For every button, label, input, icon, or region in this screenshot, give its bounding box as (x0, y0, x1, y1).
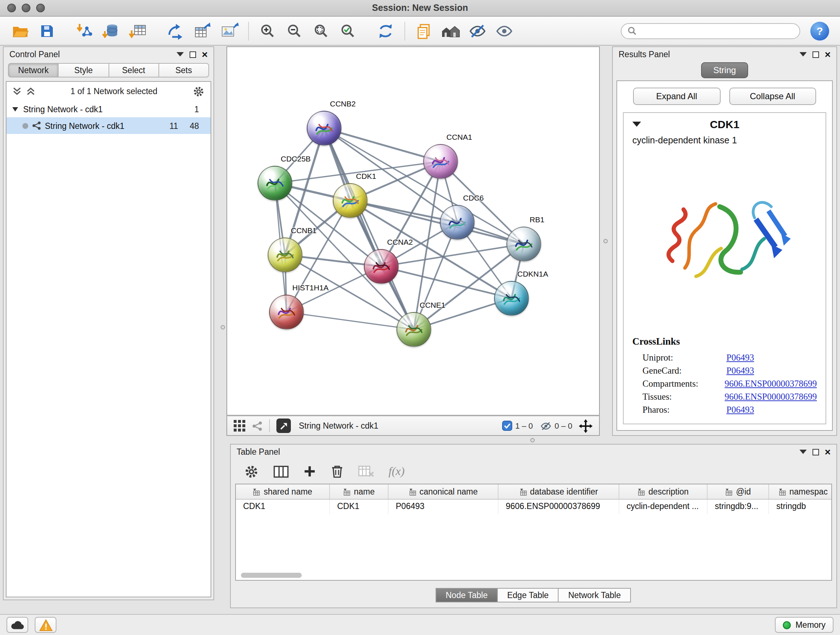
network-node-ccna2[interactable] (364, 249, 399, 284)
warnings-button[interactable] (35, 617, 57, 633)
apply-layout-button[interactable] (373, 19, 399, 42)
crosslink-value-link[interactable]: P06493 (726, 365, 754, 376)
memory-button[interactable]: Memory (775, 617, 834, 633)
show-columns-button[interactable] (273, 464, 289, 478)
first-neighbors-button[interactable] (438, 19, 464, 42)
maximize-panel-icon[interactable] (189, 51, 196, 57)
close-window-button[interactable] (7, 4, 16, 12)
table-cell-canonical-name[interactable]: P06493 (388, 500, 499, 514)
table-cell-shared-name[interactable]: CDK1 (236, 500, 330, 514)
cloud-status-button[interactable] (6, 617, 28, 633)
column-header-canonical-name[interactable]: canonical name (388, 485, 499, 499)
export-image-button[interactable] (216, 19, 242, 42)
show-all-button[interactable] (491, 19, 517, 42)
horizontal-scrollbar[interactable] (241, 573, 302, 578)
network-node-cdc25b[interactable] (257, 166, 292, 201)
open-in-new-window-button[interactable] (276, 418, 291, 433)
maximize-panel-icon[interactable] (813, 448, 819, 455)
gene-section-header[interactable]: CDK1 (624, 113, 826, 135)
crosslink-value-link[interactable]: 9606.ENSP00000378699 (725, 391, 817, 402)
birds-eye-view-icon[interactable] (234, 420, 245, 432)
export-table-button[interactable] (189, 19, 216, 42)
collapse-all-button[interactable]: Collapse All (729, 88, 816, 105)
splitter-handle[interactable] (603, 239, 608, 243)
column-header-name[interactable]: name (330, 485, 388, 499)
tree-expander-icon[interactable] (12, 107, 18, 111)
import-table-button[interactable] (125, 19, 151, 42)
search-input[interactable] (640, 27, 794, 35)
share-network-icon[interactable] (252, 420, 263, 431)
hide-selected-button[interactable] (464, 19, 491, 42)
crosslink-value-link[interactable]: P06493 (726, 352, 754, 363)
tab-network[interactable]: Network (8, 63, 59, 78)
crosslink-value-link[interactable]: P06493 (726, 404, 754, 415)
table-settings-button[interactable] (244, 464, 259, 479)
table-cell-description[interactable]: cyclin-dependent ... (619, 500, 707, 514)
tab-sets[interactable]: Sets (158, 63, 210, 78)
close-panel-icon[interactable]: × (202, 51, 208, 58)
network-node-cdkn1a[interactable] (494, 281, 529, 316)
expand-all-icon[interactable] (12, 87, 22, 96)
close-panel-icon[interactable]: × (825, 51, 831, 58)
save-session-button[interactable] (34, 19, 60, 42)
tab-select[interactable]: Select (108, 63, 159, 78)
search-box[interactable] (621, 23, 800, 39)
import-network-database-button[interactable] (98, 19, 125, 42)
table-cell-database-identifier[interactable]: 9606.ENSP00000378699 (499, 500, 619, 514)
column-header-shared-name[interactable]: shared name (236, 485, 330, 499)
zoom-fit-button[interactable] (308, 19, 334, 42)
import-network-file-button[interactable] (72, 19, 98, 42)
table-cell-id[interactable]: stringdb:9... (707, 500, 769, 514)
zoom-selected-button[interactable] (335, 19, 361, 42)
expand-all-button[interactable]: Expand All (633, 88, 720, 105)
tab-node-table[interactable]: Node Table (436, 588, 498, 602)
collapse-all-icon[interactable] (26, 87, 35, 96)
network-node-ccnb1[interactable] (268, 238, 302, 272)
float-panel-icon[interactable] (799, 52, 807, 57)
column-header-description[interactable]: description (619, 485, 707, 499)
network-node-ccna1[interactable] (423, 144, 458, 179)
network-row[interactable]: String Network - cdk1 11 48 (6, 117, 210, 134)
create-column-button[interactable] (303, 465, 316, 478)
maximize-panel-icon[interactable] (813, 51, 819, 57)
tab-network-table[interactable]: Network Table (558, 588, 631, 602)
network-canvas[interactable]: CCNB2 CCNA1 CDC25B CDK1 CDC6 RB1 CCNB1 C… (226, 46, 600, 416)
duplicate-document-button[interactable] (411, 19, 437, 42)
network-node-hist1h1a[interactable] (269, 295, 304, 329)
pan-crosshair-icon[interactable] (579, 419, 592, 432)
network-node-ccnb2[interactable] (307, 111, 341, 146)
network-node-cdc6[interactable] (440, 205, 475, 240)
open-session-button[interactable] (7, 19, 33, 42)
column-header-namespac[interactable]: namespac (769, 485, 832, 499)
minimize-window-button[interactable] (22, 4, 30, 12)
tab-edge-table[interactable]: Edge Table (497, 588, 559, 602)
float-panel-icon[interactable] (799, 450, 807, 454)
column-header-database-identifier[interactable]: database identifier (499, 485, 619, 499)
selected-checkbox-icon[interactable] (502, 421, 512, 431)
network-node-cdk1[interactable] (333, 183, 368, 218)
column-header-id[interactable]: @id (707, 485, 769, 499)
zoom-out-button[interactable] (281, 19, 308, 42)
table-cell-name[interactable]: CDK1 (330, 500, 388, 514)
tab-string[interactable]: String (701, 62, 748, 78)
network-node-rb1[interactable] (507, 226, 541, 261)
crosslink-value-link[interactable]: 9606.ENSP00000378699 (725, 378, 817, 389)
gear-icon[interactable] (193, 85, 205, 97)
zoom-window-button[interactable] (36, 4, 45, 12)
tab-style[interactable]: Style (58, 63, 109, 78)
collapse-section-icon[interactable] (632, 122, 641, 127)
network-collection-row[interactable]: String Network - cdk1 1 (6, 101, 210, 117)
help-button[interactable]: ? (810, 21, 829, 40)
splitter-handle[interactable] (531, 438, 535, 442)
export-network-button[interactable] (163, 19, 189, 42)
zoom-in-button[interactable] (255, 19, 281, 42)
float-panel-icon[interactable] (177, 52, 184, 57)
function-builder-button[interactable]: f(x) (388, 465, 404, 478)
delete-column-button[interactable] (331, 464, 344, 478)
table-row[interactable]: CDK1CDK1P064939606.ENSP00000378699cyclin… (236, 500, 831, 514)
splitter-handle[interactable] (221, 325, 225, 329)
table-cell-namespac[interactable]: stringdb (769, 500, 832, 514)
close-panel-icon[interactable]: × (825, 448, 831, 455)
network-node-ccne1[interactable] (396, 312, 431, 347)
hidden-eye-icon[interactable] (539, 420, 552, 431)
